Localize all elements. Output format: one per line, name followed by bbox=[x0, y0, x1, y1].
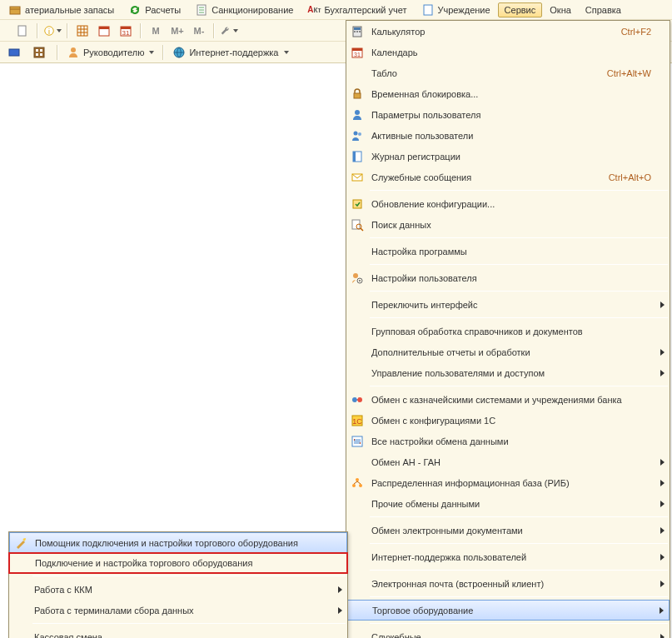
menu-item-label: Калькулятор bbox=[371, 27, 601, 37]
svg-text:i: i bbox=[48, 27, 50, 35]
menu-item-label: Работа с терминалами сбора данных bbox=[34, 606, 329, 616]
trade-menu-item[interactable]: Кассовая смена bbox=[9, 626, 347, 638]
service-menu-item[interactable]: Обмен с казначейскими системами и учрежд… bbox=[346, 389, 670, 410]
menu-materials[interactable]: атериальные запасы bbox=[2, 1, 121, 19]
support-button[interactable]: Интернет-поддержка bbox=[172, 46, 288, 59]
svg-rect-36 bbox=[354, 93, 361, 98]
blank-icon bbox=[351, 577, 364, 591]
tb-new[interactable] bbox=[13, 22, 32, 40]
service-menu-item[interactable]: Групповая обработка справочников и докум… bbox=[346, 321, 670, 341]
service-menu-item[interactable]: Служебные сообщенияCtrl+Alt+O bbox=[346, 167, 670, 187]
menu-sanction[interactable]: Санкционирование bbox=[188, 1, 300, 19]
service-menu-item[interactable]: Распределенная информационная база (РИБ) bbox=[346, 472, 670, 493]
menu-institution[interactable]: Учреждение bbox=[415, 1, 497, 19]
separator bbox=[140, 23, 142, 38]
blank-icon bbox=[351, 551, 364, 564]
service-menu-item[interactable]: Переключить интерфейс bbox=[346, 294, 670, 315]
separator bbox=[370, 596, 668, 597]
svg-rect-29 bbox=[354, 27, 361, 30]
separator bbox=[32, 623, 346, 624]
onec-icon: 1C bbox=[351, 414, 364, 427]
blank-icon bbox=[351, 366, 364, 380]
users-icon bbox=[351, 129, 364, 142]
menu-item-label: Параметры пользователя bbox=[371, 110, 651, 120]
service-menu-item[interactable]: Обмен АН - ГАН bbox=[346, 451, 670, 472]
menu-accounting[interactable]: АКт Бухгалтерский учет bbox=[301, 1, 413, 19]
blank-icon bbox=[351, 67, 364, 80]
service-menu-item[interactable]: Все настройки обмена данными bbox=[346, 431, 670, 451]
trade-menu-item[interactable]: Помощник подключения и настройки торгово… bbox=[9, 532, 347, 553]
menu-service[interactable]: Сервис bbox=[498, 2, 543, 17]
service-menu-item[interactable]: ТаблоCtrl+Alt+W bbox=[346, 62, 670, 83]
blank-icon bbox=[13, 583, 27, 596]
tb-cal2[interactable]: 31 bbox=[117, 22, 135, 40]
service-menu-item[interactable]: Параметры пользователя bbox=[346, 104, 670, 125]
chevron-right-icon bbox=[660, 349, 665, 356]
service-menu-item[interactable]: Управление пользователями и доступом bbox=[346, 362, 670, 383]
service-menu-item[interactable]: Прочие обмены данными bbox=[346, 493, 670, 514]
blank-icon bbox=[351, 497, 364, 511]
service-menu-item[interactable]: Настройки пользователя bbox=[346, 267, 670, 288]
trade-menu-item[interactable]: Работа с ККМ bbox=[9, 579, 347, 600]
service-menu-item[interactable]: 1CОбмен с конфигурациями 1С bbox=[346, 410, 670, 431]
tb-cal1[interactable] bbox=[95, 22, 113, 40]
menu-label: Бухгалтерский учет bbox=[324, 5, 406, 15]
service-menu-item[interactable]: Торговое оборудование bbox=[346, 600, 670, 621]
separator bbox=[370, 237, 668, 238]
tb-info[interactable]: i bbox=[43, 22, 62, 40]
menu-item-label: Временная блокировка... bbox=[371, 89, 651, 99]
menu-item-label: Распределенная информационная база (РИБ) bbox=[371, 478, 651, 488]
lead-button[interactable]: Руководителю bbox=[67, 46, 154, 59]
search-icon bbox=[351, 218, 364, 232]
trade-equipment-popup: Помощник подключения и настройки торгово… bbox=[8, 531, 348, 638]
service-menu-item[interactable]: Обновление конфигурации... bbox=[346, 193, 670, 214]
svg-rect-34 bbox=[352, 48, 362, 51]
wizard-icon bbox=[14, 536, 27, 550]
blank-icon bbox=[351, 346, 364, 359]
service-menu-item[interactable]: Временная блокировка... bbox=[346, 83, 670, 104]
service-menu-item[interactable]: Интернет-поддержка пользователей bbox=[346, 546, 670, 567]
svg-rect-32 bbox=[359, 31, 361, 32]
tb-blue[interactable] bbox=[5, 43, 23, 62]
menu-item-label: Торговое оборудование bbox=[372, 606, 650, 616]
separator bbox=[370, 516, 668, 517]
tb-mplus[interactable]: M+ bbox=[168, 22, 187, 40]
menu-help[interactable]: Справка bbox=[579, 2, 628, 17]
tb-mminus[interactable]: M- bbox=[190, 22, 208, 40]
shortcut-label: Ctrl+Alt+W bbox=[607, 68, 651, 78]
service-menu-item[interactable]: Активные пользователи bbox=[346, 125, 670, 146]
trade-menu-item[interactable]: Подключение и настройка торгового оборуд… bbox=[8, 552, 348, 574]
blank-icon bbox=[351, 456, 364, 469]
service-menu-item[interactable]: КалькуляторCtrl+F2 bbox=[346, 21, 670, 42]
service-menu-item[interactable]: Обмен электронными документами bbox=[346, 520, 670, 541]
tb-wrench[interactable] bbox=[220, 22, 238, 40]
service-menu-item[interactable]: Дополнительные отчеты и обработки bbox=[346, 341, 670, 362]
service-menu-item[interactable]: Журнал регистрации bbox=[346, 146, 670, 167]
menu-item-label: Обмен с казначейскими системами и учрежд… bbox=[371, 395, 651, 405]
menu-item-label: Обмен с конфигурациями 1С bbox=[371, 416, 651, 426]
user-icon bbox=[67, 46, 80, 59]
service-menu-item[interactable]: Электронная почта (встроенный клиент) bbox=[346, 573, 670, 594]
blank-icon bbox=[351, 631, 364, 639]
tb-grid[interactable] bbox=[73, 22, 92, 40]
blank-icon bbox=[351, 298, 364, 312]
chevron-down-icon bbox=[233, 29, 238, 32]
menu-label: Учреждение bbox=[438, 5, 490, 15]
svg-point-37 bbox=[355, 110, 360, 115]
service-menu-item[interactable]: Поиск данных bbox=[346, 214, 670, 235]
svg-text:31: 31 bbox=[354, 52, 361, 57]
menu-windows[interactable]: Окна bbox=[543, 2, 578, 17]
blank-icon bbox=[351, 524, 364, 537]
menu-label: Сервис bbox=[505, 5, 536, 15]
svg-point-56 bbox=[352, 484, 356, 487]
menu-item-label: Дополнительные отчеты и обработки bbox=[371, 347, 651, 357]
menu-item-label: Календарь bbox=[371, 47, 651, 57]
service-menu-item[interactable]: 31Календарь bbox=[346, 42, 670, 62]
service-menu-item[interactable]: Служебные bbox=[346, 626, 670, 638]
trade-menu-item[interactable]: Работа с терминалами сбора данных bbox=[9, 600, 347, 621]
menu-calculations[interactable]: Расчеты bbox=[122, 1, 187, 19]
tb-m[interactable]: M bbox=[147, 22, 165, 40]
service-menu-popup: КалькуляторCtrl+F231КалендарьТаблоCtrl+A… bbox=[346, 20, 670, 638]
service-menu-item[interactable]: Настройка программы bbox=[346, 241, 670, 262]
tb-brown[interactable] bbox=[30, 43, 48, 62]
